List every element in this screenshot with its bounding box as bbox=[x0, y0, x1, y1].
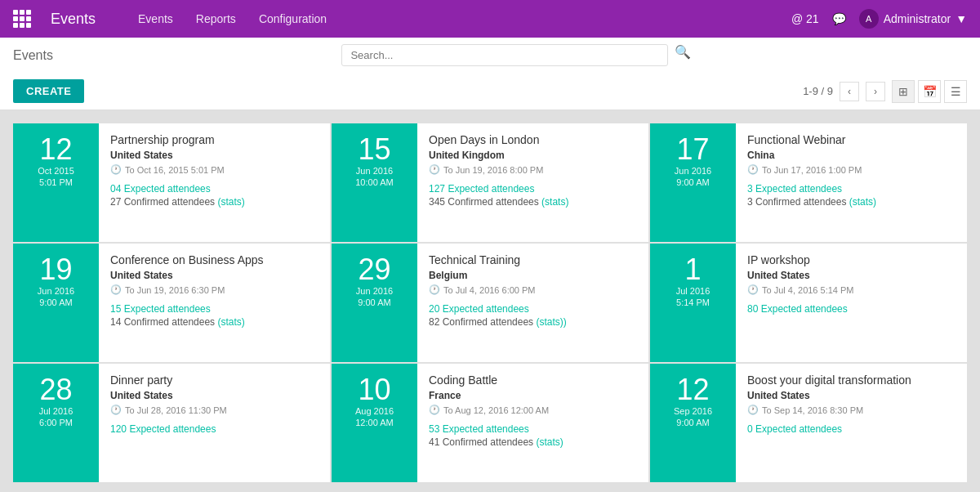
event-info: Technical Training Belgium 🕐 To Jul 4, 2… bbox=[417, 244, 648, 362]
event-name[interactable]: IP workshop bbox=[747, 253, 956, 266]
event-info: Conference on Business Apps United State… bbox=[99, 244, 330, 362]
topbar-right: @ 21 💬 A Administrator ▼ bbox=[791, 9, 967, 29]
subheader-top: Events 🔍 bbox=[13, 38, 967, 73]
event-card[interactable]: 15 Jun 2016 10:00 AM Open Days in London… bbox=[332, 123, 648, 242]
nav-configuration[interactable]: Configuration bbox=[249, 9, 336, 29]
chat-icon[interactable]: 💬 bbox=[832, 12, 846, 25]
admin-label: Administrator bbox=[884, 12, 951, 25]
stats-link[interactable]: (stats) bbox=[849, 196, 876, 208]
expected-label: Expected attendees bbox=[443, 303, 529, 315]
confirmed-attendees: 345 Confirmed attendees (stats) bbox=[429, 196, 637, 208]
event-month-year: Jun 2016 bbox=[356, 166, 393, 176]
expected-attendees: 53 Expected attendees bbox=[429, 423, 637, 435]
event-info: Dinner party United States 🕐 To Jul 28, … bbox=[99, 364, 330, 482]
admin-menu[interactable]: A Administrator ▼ bbox=[859, 9, 967, 29]
event-card[interactable]: 12 Sep 2016 9:00 AM Boost your digital t… bbox=[650, 364, 967, 482]
event-date-column: 28 Jul 2016 6:00 PM bbox=[13, 364, 99, 482]
event-country: France bbox=[429, 390, 637, 401]
event-country: United States bbox=[747, 390, 956, 401]
stats-link[interactable]: (stats) bbox=[541, 196, 568, 208]
event-date-column: 10 Aug 2016 12:00 AM bbox=[332, 364, 417, 482]
expected-count: 127 bbox=[429, 183, 445, 195]
app-name: Events bbox=[51, 11, 96, 28]
topbar-left: Events Events Reports Configuration bbox=[13, 9, 336, 29]
event-card[interactable]: 1 Jul 2016 5:14 PM IP workshop United St… bbox=[650, 244, 967, 362]
event-card[interactable]: 12 Oct 2015 5:01 PM Partnership program … bbox=[13, 123, 330, 242]
event-card[interactable]: 17 Jun 2016 9:00 AM Functional Webinar C… bbox=[650, 123, 967, 242]
event-time: 6:00 PM bbox=[39, 418, 73, 427]
event-card[interactable]: 10 Aug 2016 12:00 AM Coding Battle Franc… bbox=[332, 364, 648, 482]
event-date-column: 19 Jun 2016 9:00 AM bbox=[13, 244, 99, 362]
events-grid: 12 Oct 2015 5:01 PM Partnership program … bbox=[0, 110, 980, 492]
expected-label: Expected attendees bbox=[761, 303, 848, 315]
event-to-date: 🕐 To Jun 19, 2016 6:30 PM bbox=[110, 284, 318, 295]
expected-attendees: 80 Expected attendees bbox=[747, 303, 956, 315]
event-name[interactable]: Partnership program bbox=[110, 133, 318, 146]
search-input[interactable] bbox=[341, 44, 668, 66]
topbar: Events Events Reports Configuration @ 21… bbox=[0, 0, 980, 38]
expected-count: 80 bbox=[747, 303, 758, 315]
event-card[interactable]: 19 Jun 2016 9:00 AM Conference on Busine… bbox=[13, 244, 330, 362]
stats-link[interactable]: (stats) bbox=[217, 316, 244, 328]
stats-link[interactable]: (stats)) bbox=[536, 316, 566, 328]
event-month-year: Jul 2016 bbox=[39, 406, 74, 416]
event-card[interactable]: 29 Jun 2016 9:00 AM Technical Training B… bbox=[332, 244, 648, 362]
event-day: 12 bbox=[676, 375, 709, 405]
prev-page-button[interactable]: ‹ bbox=[840, 82, 859, 101]
notifications-badge[interactable]: @ 21 bbox=[791, 12, 819, 25]
confirmed-attendees: 82 Confirmed attendees (stats)) bbox=[429, 316, 637, 328]
app-grid-icon[interactable] bbox=[13, 10, 31, 28]
event-to-date: 🕐 To Jul 4, 2016 5:14 PM bbox=[747, 284, 956, 295]
event-to-date: 🕐 To Sep 14, 2016 8:30 PM bbox=[747, 405, 956, 415]
clock-icon: 🕐 bbox=[429, 405, 440, 415]
create-button[interactable]: CREATE bbox=[13, 79, 84, 103]
expected-attendees: 15 Expected attendees bbox=[110, 303, 318, 315]
event-info: Open Days in London United Kingdom 🕐 To … bbox=[417, 123, 648, 242]
event-to-date: 🕐 To Jun 17, 2016 1:00 PM bbox=[747, 164, 956, 175]
event-time: 9:00 AM bbox=[676, 177, 709, 187]
list-view-button[interactable]: ☰ bbox=[944, 80, 967, 103]
event-country: United States bbox=[110, 390, 318, 401]
stats-link[interactable]: (stats) bbox=[217, 196, 244, 208]
event-name[interactable]: Conference on Business Apps bbox=[110, 253, 318, 266]
event-name[interactable]: Open Days in London bbox=[429, 133, 637, 146]
event-time: 9:00 AM bbox=[39, 297, 72, 307]
clock-icon: 🕐 bbox=[110, 164, 122, 175]
avatar: A bbox=[859, 9, 879, 29]
event-name[interactable]: Functional Webinar bbox=[747, 133, 956, 146]
event-day: 17 bbox=[676, 135, 709, 164]
event-month-year: Jun 2016 bbox=[38, 286, 74, 296]
event-name[interactable]: Boost your digital transformation bbox=[747, 373, 956, 387]
event-name[interactable]: Dinner party bbox=[110, 373, 318, 387]
expected-count: 120 bbox=[110, 423, 127, 435]
event-month-year: Aug 2016 bbox=[355, 406, 394, 416]
event-country: United States bbox=[747, 270, 956, 281]
event-card[interactable]: 28 Jul 2016 6:00 PM Dinner party United … bbox=[13, 364, 330, 482]
expected-count: 3 bbox=[747, 183, 753, 195]
event-month-year: Oct 2015 bbox=[38, 166, 74, 176]
kanban-view-button[interactable]: ⊞ bbox=[892, 80, 915, 103]
event-country: United Kingdom bbox=[429, 150, 637, 161]
event-time: 9:00 AM bbox=[676, 418, 709, 427]
stats-link[interactable]: (stats) bbox=[536, 436, 563, 448]
nav-events[interactable]: Events bbox=[128, 9, 183, 29]
event-country: Belgium bbox=[429, 270, 637, 281]
admin-chevron-icon: ▼ bbox=[956, 12, 967, 25]
nav-reports[interactable]: Reports bbox=[186, 9, 246, 29]
event-date-column: 12 Sep 2016 9:00 AM bbox=[650, 364, 736, 482]
event-name[interactable]: Coding Battle bbox=[429, 373, 637, 387]
event-date-column: 17 Jun 2016 9:00 AM bbox=[650, 123, 736, 242]
search-icon[interactable]: 🔍 bbox=[675, 44, 691, 66]
calendar-view-button[interactable]: 📅 bbox=[918, 80, 941, 103]
event-time: 10:00 AM bbox=[355, 177, 393, 187]
event-month-year: Sep 2016 bbox=[674, 406, 712, 416]
event-name[interactable]: Technical Training bbox=[429, 253, 637, 266]
clock-icon: 🕐 bbox=[747, 405, 759, 415]
next-page-button[interactable]: › bbox=[866, 82, 885, 101]
event-date-column: 15 Jun 2016 10:00 AM bbox=[332, 123, 417, 242]
event-day: 1 bbox=[684, 255, 701, 284]
event-month-year: Jun 2016 bbox=[675, 166, 711, 176]
expected-count: 20 bbox=[429, 303, 439, 315]
event-info: Functional Webinar China 🕐 To Jun 17, 20… bbox=[736, 123, 967, 242]
event-date-column: 1 Jul 2016 5:14 PM bbox=[650, 244, 736, 362]
